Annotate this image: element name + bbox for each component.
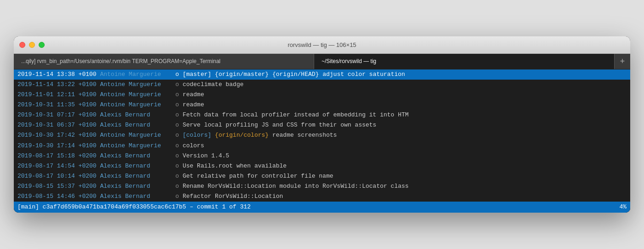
commit-row[interactable]: 2019-08-15 14:46 +0200 Alexis Bernard o … <box>14 191 630 202</box>
commit-author: Alexis Bernard <box>100 162 175 171</box>
commit-date: 2019-10-30 17:42 +0100 <box>17 131 100 140</box>
commit-message: adjust color saturation <box>319 70 405 79</box>
commit-author: Alexis Bernard <box>100 151 175 161</box>
minimize-button[interactable] <box>29 42 35 48</box>
commit-message: Refactor RorVsWild::Location <box>183 192 283 201</box>
close-button[interactable] <box>19 42 25 48</box>
commit-dot: o <box>175 70 183 79</box>
commit-date: 2019-10-30 17:14 +0100 <box>17 141 100 151</box>
commit-dot: o <box>175 110 183 120</box>
commit-date: 2019-10-31 07:17 +0100 <box>17 110 100 120</box>
commit-author: Antoine Marguerie <box>100 90 175 99</box>
title-bar: rorvswild — tig — 106×15 <box>14 36 630 54</box>
commit-date: 2019-10-31 06:37 +0100 <box>17 121 100 130</box>
commit-dot: o <box>175 162 183 171</box>
commit-dot: o <box>175 80 183 89</box>
commit-row[interactable]: 2019-08-17 10:14 +0200 Alexis Bernard o … <box>14 171 630 181</box>
commit-message: readme <box>183 100 204 110</box>
commit-list: 2019-11-14 13:38 +0100 Antoine Marguerie… <box>14 69 630 202</box>
commit-message: Fetch data from local profiler instead o… <box>183 110 408 120</box>
maximize-button[interactable] <box>39 42 45 48</box>
commit-message: Serve local profiling JS and CSS from th… <box>183 121 376 130</box>
commit-row[interactable]: 2019-10-30 17:42 +0100 Antoine Marguerie… <box>14 130 630 140</box>
commit-author: Antoine Marguerie <box>100 141 175 151</box>
commit-row[interactable]: 2019-10-31 11:35 +0100 Antoine Marguerie… <box>14 100 630 110</box>
commit-date: 2019-11-14 13:22 +0100 <box>17 80 100 89</box>
commit-row[interactable]: 2019-08-15 15:37 +0200 Alexis Bernard o … <box>14 181 630 191</box>
commit-message: Get relative path for controller file na… <box>183 172 334 181</box>
commit-author: Antoine Marguerie <box>100 100 175 110</box>
commit-message: Version 1.4.5 <box>183 151 229 161</box>
commit-dot: o <box>175 141 183 151</box>
commit-dot: o <box>175 121 183 130</box>
commit-branch-tag: [master] <box>183 70 211 79</box>
commit-row[interactable]: 2019-11-01 12:11 +0100 Antoine Marguerie… <box>14 90 630 100</box>
commit-message: colors <box>183 141 204 151</box>
tab-add-button[interactable]: + <box>615 54 630 69</box>
commit-remote-tag: {origin/colors} <box>215 131 269 140</box>
commit-author: Alexis Bernard <box>100 182 175 191</box>
commit-date: 2019-11-14 13:38 +0100 <box>17 70 100 79</box>
commit-author: Antoine Marguerie <box>100 131 175 140</box>
commit-message <box>211 70 215 79</box>
commit-row[interactable]: 2019-08-17 14:54 +0200 Alexis Bernard o … <box>14 161 630 171</box>
commit-date: 2019-08-15 15:37 +0200 <box>17 182 100 191</box>
commit-date: 2019-08-15 14:46 +0200 <box>17 192 100 201</box>
commit-row[interactable]: 2019-08-17 15:18 +0200 Alexis Bernard o … <box>14 151 630 161</box>
commit-row[interactable]: 2019-11-14 13:22 +0100 Antoine Marguerie… <box>14 80 630 90</box>
commit-message: Rename RorVsWild::Location module into R… <box>183 182 408 191</box>
commit-dot: o <box>175 172 183 181</box>
commit-date: 2019-08-17 10:14 +0200 <box>17 172 100 181</box>
commit-date: 2019-08-17 15:18 +0200 <box>17 151 100 161</box>
commit-remote-tag: {origin/master} <box>215 70 269 79</box>
commit-date: 2019-08-17 14:54 +0200 <box>17 162 100 171</box>
commit-date: 2019-11-01 12:11 +0100 <box>17 90 100 99</box>
window-title: rorvswild — tig — 106×15 <box>288 41 356 48</box>
traffic-lights <box>19 42 45 48</box>
tab-tig-label: ~/Sites/rorvswild — tig <box>322 58 376 64</box>
commit-message: codeclimate badge <box>183 80 244 89</box>
commit-row[interactable]: 2019-10-31 06:37 +0100 Alexis Bernard o … <box>14 120 630 130</box>
commit-row[interactable]: 2019-11-14 13:38 +0100 Antoine Marguerie… <box>14 69 630 80</box>
commit-author: Alexis Bernard <box>100 172 175 181</box>
commit-dot: o <box>175 131 183 140</box>
commit-dot: o <box>175 90 183 99</box>
commit-message: readme <box>183 90 204 99</box>
commit-dot: o <box>175 100 183 110</box>
commit-author: Alexis Bernard <box>100 110 175 120</box>
commit-dot: o <box>175 151 183 161</box>
tab-terminal[interactable]: ...qily] rvm_bin_path=/Users/antoine/.rv… <box>14 54 314 69</box>
terminal-content: 2019-11-14 13:38 +0100 Antoine Marguerie… <box>14 69 630 213</box>
commit-remote-tag: {origin/HEAD} <box>272 70 319 79</box>
commit-author: Alexis Bernard <box>100 192 175 201</box>
tab-terminal-label: ...qily] rvm_bin_path=/Users/antoine/.rv… <box>21 58 220 64</box>
commit-message: readme screenshots <box>269 131 337 140</box>
commit-dot: o <box>175 192 183 201</box>
status-text: [main] c3af7d659b0a471ba1704a69f033055ca… <box>17 203 251 212</box>
tab-bar: ...qily] rvm_bin_path=/Users/antoine/.rv… <box>14 54 630 69</box>
commit-message <box>269 70 272 79</box>
commit-author: Antoine Marguerie <box>100 80 175 89</box>
status-bar: [main] c3af7d659b0a471ba1704a69f033055ca… <box>14 202 630 213</box>
commit-author: Alexis Bernard <box>100 121 175 130</box>
commit-row[interactable]: 2019-10-30 17:14 +0100 Antoine Marguerie… <box>14 141 630 151</box>
commit-message <box>211 131 215 140</box>
commit-dot: o <box>175 182 183 191</box>
commit-branch-tag: [colors] <box>183 131 211 140</box>
commit-message: Use Rails.root when available <box>183 162 287 171</box>
commit-row[interactable]: 2019-10-31 07:17 +0100 Alexis Bernard o … <box>14 110 630 120</box>
terminal-window: rorvswild — tig — 106×15 ...qily] rvm_bi… <box>14 36 630 213</box>
commit-date: 2019-10-31 11:35 +0100 <box>17 100 100 110</box>
status-percent: 4% <box>619 203 627 212</box>
tab-tig[interactable]: ~/Sites/rorvswild — tig <box>314 54 615 69</box>
commit-author: Antoine Marguerie <box>100 70 175 79</box>
